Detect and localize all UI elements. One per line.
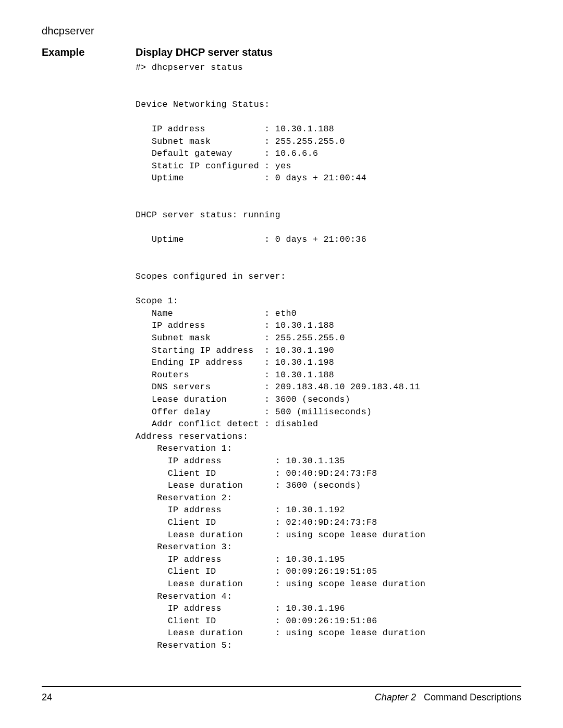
chapter-title: Command Descriptions [424, 692, 521, 702]
page-header-command: dhcpserver [42, 25, 521, 37]
example-label: Example [42, 46, 130, 652]
footer-row: 24 Chapter 2 Command Descriptions [42, 692, 521, 703]
page-number: 24 [42, 692, 52, 703]
example-subhead: Display DHCP server status [136, 46, 521, 58]
page-footer: 24 Chapter 2 Command Descriptions [42, 686, 521, 703]
content-grid: Example Display DHCP server status #> dh… [42, 46, 521, 652]
chapter-label: Chapter 2 [375, 692, 416, 702]
chapter-info: Chapter 2 Command Descriptions [375, 692, 521, 703]
terminal-output: #> dhcpserver status Device Networking S… [136, 61, 521, 652]
footer-rule [42, 686, 521, 687]
example-content: Display DHCP server status #> dhcpserver… [136, 46, 521, 652]
chapter-spacer [416, 692, 424, 702]
page: dhcpserver Example Display DHCP server s… [0, 0, 563, 728]
